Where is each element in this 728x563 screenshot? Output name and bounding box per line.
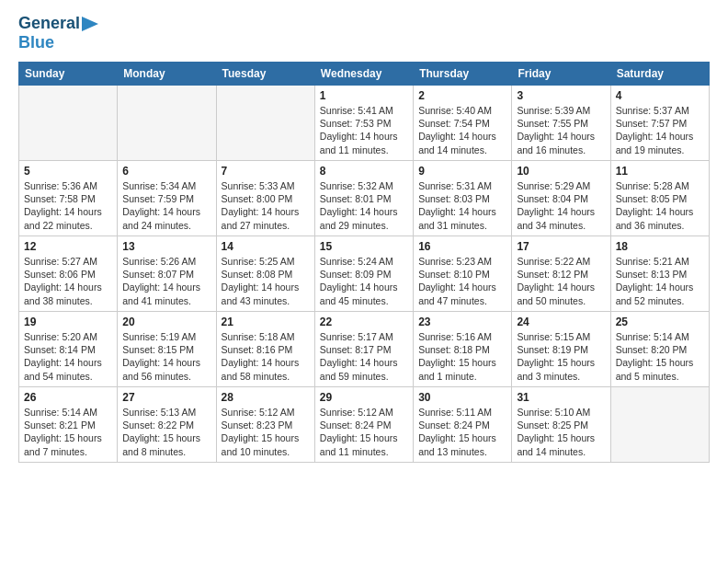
page: General Blue SundayMondayTuesdayWednesda… — [0, 0, 728, 563]
week-row-5: 26Sunrise: 5:14 AMSunset: 8:21 PMDayligh… — [19, 387, 710, 463]
day-cell: 13Sunrise: 5:26 AMSunset: 8:07 PMDayligh… — [118, 236, 216, 312]
day-cell: 21Sunrise: 5:18 AMSunset: 8:16 PMDayligh… — [216, 312, 314, 387]
logo: General Blue — [18, 14, 98, 52]
day-cell: 18Sunrise: 5:21 AMSunset: 8:13 PMDayligh… — [610, 236, 709, 312]
day-number: 7 — [222, 165, 310, 178]
day-cell: 26Sunrise: 5:14 AMSunset: 8:21 PMDayligh… — [19, 387, 118, 463]
day-cell: 22Sunrise: 5:17 AMSunset: 8:17 PMDayligh… — [314, 312, 413, 387]
day-number: 26 — [24, 391, 112, 404]
day-number: 6 — [122, 165, 210, 178]
day-info: Sunrise: 5:37 AMSunset: 7:57 PMDaylight:… — [616, 104, 704, 156]
day-info: Sunrise: 5:12 AMSunset: 8:23 PMDaylight:… — [222, 406, 310, 458]
day-number: 10 — [517, 165, 605, 178]
day-info: Sunrise: 5:25 AMSunset: 8:08 PMDaylight:… — [222, 255, 310, 307]
day-number: 17 — [517, 240, 605, 253]
day-info: Sunrise: 5:16 AMSunset: 8:18 PMDaylight:… — [418, 330, 506, 383]
day-info: Sunrise: 5:40 AMSunset: 7:54 PMDaylight:… — [418, 104, 506, 156]
day-info: Sunrise: 5:20 AMSunset: 8:14 PMDaylight:… — [24, 330, 112, 383]
weekday-header-wednesday: Wednesday — [314, 63, 413, 86]
day-info: Sunrise: 5:10 AMSunset: 8:25 PMDaylight:… — [517, 406, 605, 458]
day-number: 28 — [222, 391, 310, 404]
day-number: 8 — [320, 165, 408, 178]
day-cell: 24Sunrise: 5:15 AMSunset: 8:19 PMDayligh… — [512, 312, 610, 387]
day-cell: 11Sunrise: 5:28 AMSunset: 8:05 PMDayligh… — [610, 161, 709, 236]
day-info: Sunrise: 5:11 AMSunset: 8:24 PMDaylight:… — [418, 406, 506, 458]
day-info: Sunrise: 5:15 AMSunset: 8:19 PMDaylight:… — [517, 330, 605, 383]
day-info: Sunrise: 5:12 AMSunset: 8:24 PMDaylight:… — [320, 406, 408, 458]
day-cell: 14Sunrise: 5:25 AMSunset: 8:08 PMDayligh… — [216, 236, 314, 312]
day-number: 2 — [418, 89, 506, 102]
day-info: Sunrise: 5:19 AMSunset: 8:15 PMDaylight:… — [122, 330, 210, 383]
day-number: 4 — [616, 89, 704, 102]
day-cell — [610, 387, 709, 463]
day-number: 29 — [320, 391, 408, 404]
day-info: Sunrise: 5:39 AMSunset: 7:55 PMDaylight:… — [517, 104, 605, 156]
day-number: 13 — [122, 240, 210, 253]
day-cell: 17Sunrise: 5:22 AMSunset: 8:12 PMDayligh… — [512, 236, 610, 312]
day-cell: 31Sunrise: 5:10 AMSunset: 8:25 PMDayligh… — [512, 387, 610, 463]
day-cell — [19, 86, 118, 161]
day-number: 5 — [24, 165, 112, 178]
day-cell: 8Sunrise: 5:32 AMSunset: 8:01 PMDaylight… — [314, 161, 413, 236]
day-number: 19 — [24, 316, 112, 328]
day-cell: 2Sunrise: 5:40 AMSunset: 7:54 PMDaylight… — [414, 86, 512, 161]
day-number: 27 — [122, 391, 210, 404]
day-number: 16 — [418, 240, 506, 253]
day-info: Sunrise: 5:17 AMSunset: 8:17 PMDaylight:… — [320, 330, 408, 383]
day-info: Sunrise: 5:33 AMSunset: 8:00 PMDaylight:… — [222, 179, 310, 232]
day-info: Sunrise: 5:36 AMSunset: 7:58 PMDaylight:… — [24, 179, 112, 232]
header: General Blue — [18, 14, 710, 52]
logo-line-2: Blue — [18, 33, 54, 52]
day-info: Sunrise: 5:27 AMSunset: 8:06 PMDaylight:… — [24, 255, 112, 307]
day-cell: 15Sunrise: 5:24 AMSunset: 8:09 PMDayligh… — [314, 236, 413, 312]
day-number: 21 — [222, 316, 310, 328]
week-row-1: 1Sunrise: 5:41 AMSunset: 7:53 PMDaylight… — [19, 86, 710, 161]
weekday-header-sunday: Sunday — [19, 63, 118, 86]
day-number: 14 — [222, 240, 310, 253]
day-info: Sunrise: 5:31 AMSunset: 8:03 PMDaylight:… — [418, 179, 506, 232]
day-cell: 30Sunrise: 5:11 AMSunset: 8:24 PMDayligh… — [414, 387, 512, 463]
day-cell: 4Sunrise: 5:37 AMSunset: 7:57 PMDaylight… — [610, 86, 709, 161]
calendar-table: SundayMondayTuesdayWednesdayThursdayFrid… — [18, 62, 710, 463]
day-number: 31 — [517, 391, 605, 404]
svg-marker-0 — [82, 17, 98, 31]
day-info: Sunrise: 5:32 AMSunset: 8:01 PMDaylight:… — [320, 179, 408, 232]
day-cell: 7Sunrise: 5:33 AMSunset: 8:00 PMDaylight… — [216, 161, 314, 236]
day-info: Sunrise: 5:24 AMSunset: 8:09 PMDaylight:… — [320, 255, 408, 307]
day-info: Sunrise: 5:18 AMSunset: 8:16 PMDaylight:… — [222, 330, 310, 383]
day-info: Sunrise: 5:23 AMSunset: 8:10 PMDaylight:… — [418, 255, 506, 307]
weekday-header-thursday: Thursday — [414, 63, 512, 86]
day-cell: 12Sunrise: 5:27 AMSunset: 8:06 PMDayligh… — [19, 236, 118, 312]
day-number: 22 — [320, 316, 408, 328]
day-info: Sunrise: 5:28 AMSunset: 8:05 PMDaylight:… — [616, 179, 704, 232]
day-cell — [118, 86, 216, 161]
day-cell: 1Sunrise: 5:41 AMSunset: 7:53 PMDaylight… — [314, 86, 413, 161]
weekday-header-friday: Friday — [512, 63, 610, 86]
day-info: Sunrise: 5:21 AMSunset: 8:13 PMDaylight:… — [616, 255, 704, 307]
week-row-4: 19Sunrise: 5:20 AMSunset: 8:14 PMDayligh… — [19, 312, 710, 387]
weekday-header-tuesday: Tuesday — [216, 63, 314, 86]
day-number: 25 — [616, 316, 704, 328]
day-info: Sunrise: 5:34 AMSunset: 7:59 PMDaylight:… — [122, 179, 210, 232]
day-cell: 27Sunrise: 5:13 AMSunset: 8:22 PMDayligh… — [118, 387, 216, 463]
day-number: 3 — [517, 89, 605, 102]
day-number: 20 — [122, 316, 210, 328]
day-cell: 16Sunrise: 5:23 AMSunset: 8:10 PMDayligh… — [414, 236, 512, 312]
day-cell: 29Sunrise: 5:12 AMSunset: 8:24 PMDayligh… — [314, 387, 413, 463]
day-cell: 5Sunrise: 5:36 AMSunset: 7:58 PMDaylight… — [19, 161, 118, 236]
day-number: 30 — [418, 391, 506, 404]
day-number: 18 — [616, 240, 704, 253]
day-info: Sunrise: 5:14 AMSunset: 8:20 PMDaylight:… — [616, 330, 704, 383]
day-info: Sunrise: 5:14 AMSunset: 8:21 PMDaylight:… — [24, 406, 112, 458]
day-info: Sunrise: 5:26 AMSunset: 8:07 PMDaylight:… — [122, 255, 210, 307]
weekday-header-saturday: Saturday — [610, 63, 709, 86]
day-number: 24 — [517, 316, 605, 328]
day-cell: 10Sunrise: 5:29 AMSunset: 8:04 PMDayligh… — [512, 161, 610, 236]
weekday-header-monday: Monday — [118, 63, 216, 86]
logo-blue: Blue — [18, 33, 54, 52]
week-row-2: 5Sunrise: 5:36 AMSunset: 7:58 PMDaylight… — [19, 161, 710, 236]
day-cell: 19Sunrise: 5:20 AMSunset: 8:14 PMDayligh… — [19, 312, 118, 387]
day-cell: 28Sunrise: 5:12 AMSunset: 8:23 PMDayligh… — [216, 387, 314, 463]
day-number: 1 — [320, 89, 408, 102]
day-number: 9 — [418, 165, 506, 178]
